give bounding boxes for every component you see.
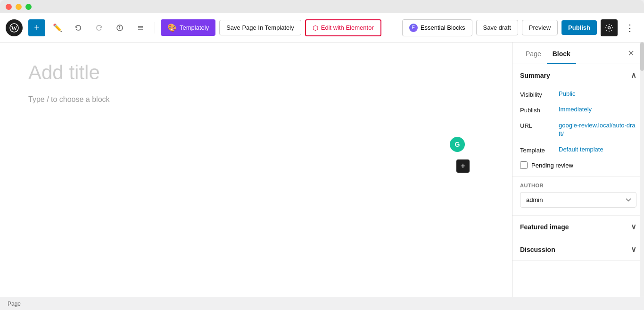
undo-button[interactable] bbox=[70, 19, 87, 36]
pending-review-row: Pending review bbox=[520, 161, 636, 169]
visibility-value[interactable]: Public bbox=[559, 90, 575, 97]
discussion-header[interactable]: Discussion ∨ bbox=[512, 238, 644, 260]
pending-review-checkbox[interactable] bbox=[520, 161, 528, 169]
editor[interactable]: Add title G Type / to choose a block + bbox=[0, 42, 512, 297]
info-button[interactable] bbox=[111, 19, 128, 36]
plus-inline-icon: + bbox=[461, 161, 466, 171]
more-options-button[interactable]: ⋮ bbox=[621, 19, 638, 36]
featured-image-title: Featured image bbox=[520, 223, 569, 231]
summary-header[interactable]: Summary ∧ bbox=[512, 64, 644, 86]
sidebar-tabs: Page Block ✕ bbox=[512, 42, 644, 64]
summary-title: Summary bbox=[520, 72, 550, 79]
maximize-button[interactable] bbox=[25, 4, 32, 10]
sidebar: Page Block ✕ Summary ∧ Visibility bbox=[512, 42, 644, 297]
elementor-icon: ⬡ bbox=[313, 24, 318, 32]
publish-label: Publish bbox=[520, 106, 553, 114]
status-label: Page bbox=[8, 301, 21, 307]
url-row: URL google-review.local/auto-draft/ bbox=[520, 121, 636, 138]
summary-chevron-up: ∧ bbox=[631, 71, 636, 80]
toolbar-right: E Essential Blocks Save draft Preview Pu… bbox=[402, 19, 638, 36]
status-bar: Page bbox=[0, 297, 644, 310]
content-area: Add title G Type / to choose a block + P… bbox=[0, 42, 644, 297]
preview-label: Preview bbox=[529, 24, 551, 31]
more-icon: ⋮ bbox=[625, 22, 635, 34]
block-placeholder-text: Type / to choose a block bbox=[28, 95, 110, 104]
scrollbar-thumb[interactable] bbox=[640, 42, 644, 71]
template-value[interactable]: Default template bbox=[559, 146, 603, 153]
wordpress-logo[interactable]: W bbox=[6, 19, 23, 36]
minimize-button[interactable] bbox=[16, 4, 22, 10]
author-select[interactable]: admin bbox=[520, 192, 636, 208]
publish-button[interactable]: Publish bbox=[561, 20, 597, 35]
publish-label: Publish bbox=[568, 24, 590, 31]
svg-point-8 bbox=[608, 26, 611, 29]
author-content: AUTHOR admin bbox=[512, 177, 644, 215]
add-block-inline-button[interactable]: + bbox=[456, 159, 470, 173]
settings-button[interactable] bbox=[601, 19, 618, 36]
save-draft-label: Save draft bbox=[483, 24, 511, 31]
tab-page[interactable]: Page bbox=[520, 42, 547, 64]
pencil-button[interactable]: ✏️ bbox=[49, 19, 66, 36]
separator-1 bbox=[155, 22, 155, 34]
plus-icon: + bbox=[34, 22, 40, 33]
templately-icon: 🎨 bbox=[167, 23, 177, 32]
close-icon: ✕ bbox=[627, 49, 635, 58]
save-templately-label: Save Page In Templately bbox=[226, 24, 294, 31]
discussion-chevron: ∨ bbox=[631, 245, 636, 254]
scrollbar-track bbox=[640, 42, 644, 297]
tab-block-label: Block bbox=[553, 50, 570, 58]
save-draft-button[interactable]: Save draft bbox=[476, 20, 518, 35]
preview-button[interactable]: Preview bbox=[522, 20, 558, 35]
tab-block[interactable]: Block bbox=[547, 42, 576, 64]
essential-blocks-label: Essential Blocks bbox=[421, 24, 465, 31]
toolbar: W + ✏️ bbox=[0, 13, 644, 42]
close-button[interactable] bbox=[6, 4, 12, 10]
url-value[interactable]: google-review.local/auto-draft/ bbox=[559, 121, 636, 138]
template-row: Template Default template bbox=[520, 146, 636, 154]
pending-review-label: Pending review bbox=[531, 162, 573, 169]
add-block-button[interactable]: + bbox=[28, 19, 45, 36]
pencil-icon: ✏️ bbox=[53, 23, 62, 32]
block-placeholder[interactable]: Type / to choose a block bbox=[28, 95, 484, 104]
svg-point-4 bbox=[120, 26, 120, 26]
grammarly-icon[interactable]: G bbox=[450, 137, 465, 152]
discussion-section: Discussion ∨ bbox=[512, 238, 644, 261]
sidebar-close-button[interactable]: ✕ bbox=[626, 46, 636, 60]
author-label: AUTHOR bbox=[520, 183, 636, 188]
edit-elementor-button[interactable]: ⬡ Edit with Elementor bbox=[305, 19, 381, 36]
author-section: AUTHOR admin bbox=[512, 177, 644, 216]
redo-button[interactable] bbox=[91, 19, 107, 36]
visibility-row: Visibility Public bbox=[520, 90, 636, 98]
save-templately-button[interactable]: Save Page In Templately bbox=[219, 20, 301, 35]
url-label: URL bbox=[520, 121, 553, 129]
publish-row: Publish Immediately bbox=[520, 106, 636, 114]
app-container: W + ✏️ bbox=[0, 13, 644, 310]
templately-button[interactable]: 🎨 Templately bbox=[161, 19, 215, 36]
tab-page-label: Page bbox=[526, 50, 541, 58]
title-placeholder: Add title bbox=[28, 61, 100, 84]
templately-label: Templately bbox=[180, 24, 209, 31]
summary-section: Summary ∧ Visibility Public Publish Imme… bbox=[512, 64, 644, 177]
essential-blocks-button[interactable]: E Essential Blocks bbox=[402, 19, 472, 36]
page-title-input[interactable]: Add title bbox=[28, 61, 484, 84]
featured-image-section: Featured image ∨ bbox=[512, 216, 644, 238]
title-bar bbox=[0, 0, 644, 13]
svg-text:W: W bbox=[11, 25, 17, 32]
summary-content: Visibility Public Publish Immediately UR… bbox=[512, 86, 644, 176]
list-view-button[interactable] bbox=[132, 19, 149, 36]
discussion-title: Discussion bbox=[520, 246, 555, 253]
featured-image-chevron: ∨ bbox=[631, 222, 636, 231]
publish-value[interactable]: Immediately bbox=[559, 106, 592, 113]
featured-image-header[interactable]: Featured image ∨ bbox=[512, 216, 644, 238]
visibility-label: Visibility bbox=[520, 90, 553, 98]
block-add-area: + bbox=[456, 159, 470, 173]
elementor-label: Edit with Elementor bbox=[321, 24, 374, 31]
essential-icon: E bbox=[409, 24, 418, 32]
template-label: Template bbox=[520, 146, 553, 154]
